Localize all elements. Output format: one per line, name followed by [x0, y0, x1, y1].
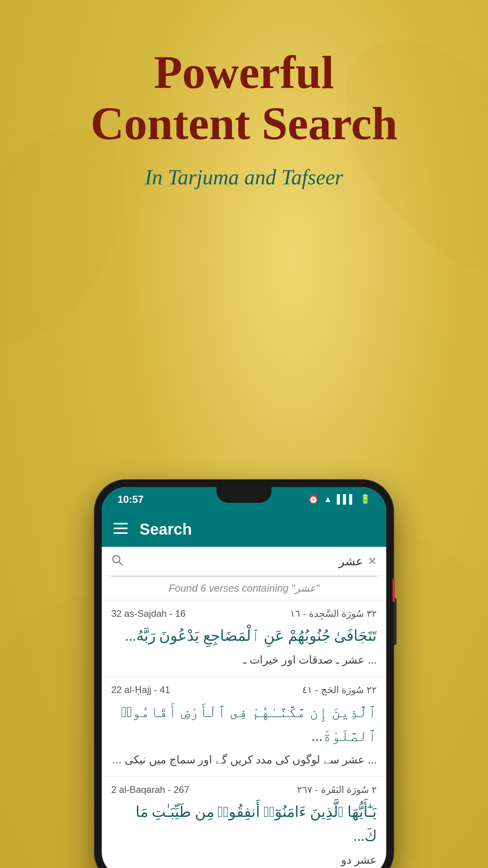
battery-icon: 🔋 — [360, 494, 371, 504]
status-icons: ⏰ ▲ ▌▌▌ 🔋 — [308, 494, 371, 504]
result-header-1: 32 as-Sajdah - 16 ٣٢ سُورَة السَّجِدة - … — [111, 608, 377, 619]
result-item-2[interactable]: 22 al-Ḥajj - 41 ٢٢ سُورَة الحَج - ٤١ ٱلَ… — [102, 677, 386, 777]
result-arabic-2: ٱلَّذِينَ إِن مَّكَّنَّـٰهُمْ فِى ٱلْأَر… — [111, 700, 377, 748]
result-ref-right-3: ٢ سُورَة البَقَرة - ٢٦٧ — [297, 784, 377, 795]
svg-line-9 — [119, 562, 122, 565]
result-urdu-3: عشر دو — [111, 852, 377, 868]
svg-rect-6 — [114, 528, 128, 529]
result-ref-left-1: 32 as-Sajdah - 16 — [111, 608, 185, 619]
clear-search-button[interactable]: ✕ — [368, 555, 377, 568]
result-header-3: 2 al-Baqarah - 267 ٢ سُورَة البَقَرة - ٢… — [111, 784, 377, 795]
phone-shell: 10:57 ⏰ ▲ ▌▌▌ 🔋 Search — [95, 480, 393, 868]
found-text: Found 6 verses containing "عشر" — [102, 577, 386, 600]
phone-mockup: 10:57 ⏰ ▲ ▌▌▌ 🔋 Search — [95, 480, 393, 868]
headline-line1: Powerful — [0, 47, 488, 98]
search-icon — [111, 554, 123, 568]
headline-section: Powerful Content Search In Tarjuma and T… — [0, 0, 488, 189]
red-accent — [393, 578, 395, 602]
phone-screen: 10:57 ⏰ ▲ ▌▌▌ 🔋 Search — [102, 487, 386, 868]
result-header-2: 22 al-Ḥajj - 41 ٢٢ سُورَة الحَج - ٤١ — [111, 684, 377, 695]
result-ref-left-2: 22 al-Ḥajj - 41 — [111, 684, 170, 695]
search-bar[interactable]: عشر ✕ — [102, 547, 386, 576]
headline-line2: Content Search — [0, 98, 488, 149]
result-ref-left-3: 2 al-Baqarah - 267 — [111, 784, 189, 795]
search-query[interactable]: عشر — [128, 554, 363, 568]
result-arabic-3: يَـٰٓأَيُّهَا ٱلَّذِينَ ءَامَنُوٓا۟ أَنف… — [111, 800, 377, 848]
phone-notch — [216, 487, 272, 503]
result-ref-right-1: ٣٢ سُورَة السَّجِدة - ١٦ — [290, 608, 377, 619]
result-arabic-1: تَتَجَافَىٰ جُنُوبُهُمْ عَنِ ٱلْمَضَاجِع… — [111, 624, 377, 648]
result-urdu-2: ... عشر سے لوگوں کی مدد کریں گے اور سماج… — [111, 752, 377, 768]
result-urdu-1: ... عشر ـ صدقات اور خیرات ـ — [111, 652, 377, 668]
hamburger-icon[interactable] — [114, 523, 128, 536]
result-ref-right-2: ٢٢ سُورَة الحَج - ٤١ — [302, 684, 377, 695]
svg-rect-7 — [114, 532, 128, 534]
signal-icon: ▌▌▌ — [337, 494, 355, 504]
result-item-1[interactable]: 32 as-Sajdah - 16 ٣٢ سُورَة السَّجِدة - … — [102, 600, 386, 677]
wifi-icon: ▲ — [323, 494, 332, 504]
headline-subtitle: In Tarjuma and Tafseer — [0, 165, 488, 189]
app-bar: Search — [102, 511, 386, 547]
alarm-icon: ⏰ — [308, 494, 319, 504]
svg-rect-5 — [114, 523, 128, 524]
app-bar-title: Search — [139, 520, 192, 538]
status-time: 10:57 — [117, 493, 144, 506]
side-button — [393, 598, 396, 645]
result-item-3[interactable]: 2 al-Baqarah - 267 ٢ سُورَة البَقَرة - ٢… — [102, 776, 386, 868]
